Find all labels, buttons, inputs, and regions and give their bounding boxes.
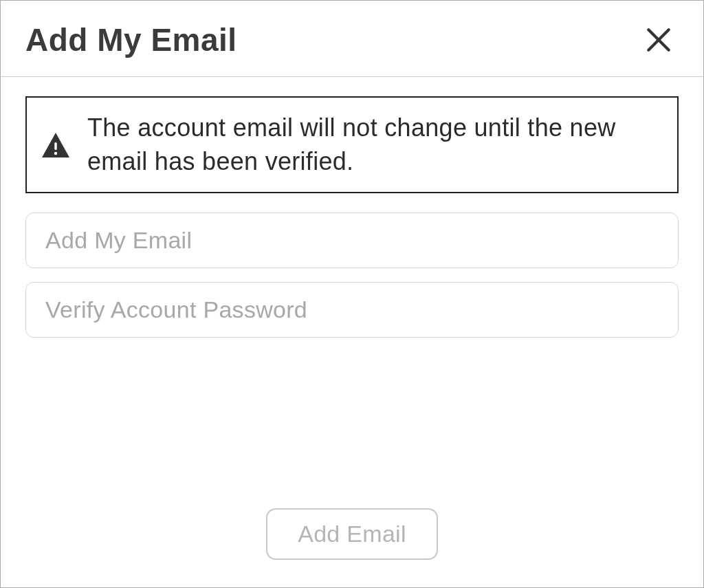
close-button[interactable] (639, 20, 679, 60)
warning-icon (41, 131, 71, 159)
add-email-dialog: Add My Email The account email will not … (0, 0, 704, 588)
password-input[interactable] (25, 282, 679, 338)
svg-point-3 (54, 151, 57, 154)
warning-message: The account email will not change until … (87, 111, 658, 178)
email-input[interactable] (25, 213, 679, 268)
close-icon (644, 25, 673, 54)
warning-box: The account email will not change until … (25, 96, 679, 193)
add-email-button[interactable]: Add Email (266, 508, 438, 560)
dialog-body: The account email will not change until … (1, 77, 703, 481)
dialog-footer: Add Email (1, 481, 703, 587)
svg-rect-2 (54, 142, 56, 150)
dialog-header: Add My Email (1, 1, 703, 77)
dialog-title: Add My Email (25, 21, 237, 58)
